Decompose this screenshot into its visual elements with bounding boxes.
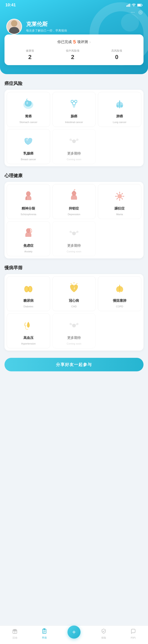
nav-activity[interactable]: 活动	[0, 628, 30, 640]
diabetes-card[interactable]: 糖尿病 Diabetes	[7, 276, 50, 311]
intestinal-cancer-card[interactable]: 肠癌 Intestinal cancer	[52, 92, 96, 127]
cancer-coming-soon-en: Coming soon	[67, 158, 81, 161]
anxiety-zh: 焦虑症	[23, 244, 33, 248]
svg-point-33	[72, 232, 76, 235]
chronic-section-title: 慢病早筛	[4, 265, 144, 271]
more-dots-icon[interactable]: ···	[131, 9, 135, 15]
svg-point-17	[76, 138, 79, 141]
clipboard-icon	[42, 628, 47, 635]
svg-point-14	[26, 138, 28, 141]
copd-en: COPD	[116, 305, 123, 308]
stomach-cancer-card[interactable]: 胃癌 Stomach cancer	[7, 92, 50, 127]
svg-line-44	[71, 284, 72, 284]
stat-high-risk-label: 高风险项	[111, 49, 122, 53]
target-icon[interactable]: ◎	[138, 9, 143, 15]
schizophrenia-en: Schizophrenia	[20, 213, 36, 216]
header-top-icons: ··· ◎	[0, 9, 148, 17]
nav-chat-label: 约约	[131, 636, 136, 640]
svg-rect-9	[71, 100, 73, 102]
nav-chat[interactable]: 约约	[118, 628, 148, 640]
lung-cancer-en: Lung cancer	[113, 121, 126, 124]
chronic-cards-grid: 糖尿病 Diabetes	[4, 274, 144, 350]
stat-health: 健康项 2	[26, 49, 34, 60]
status-icons	[126, 4, 143, 7]
svg-point-35	[76, 231, 79, 233]
mental-coming-soon-en: Coming soon	[67, 250, 81, 253]
chronic-coming-soon-zh: 更多期待	[67, 336, 81, 340]
svg-line-28	[117, 193, 118, 194]
stomach-cancer-zh: 胃癌	[25, 114, 32, 118]
svg-rect-3	[130, 4, 130, 7]
chd-icon	[66, 280, 82, 296]
svg-point-45	[117, 289, 119, 292]
bottom-nav: 活动 早筛 +	[0, 626, 148, 644]
assessment-suffix: 项评测	[77, 40, 88, 44]
copd-zh: 慢阻塞肺	[113, 298, 126, 303]
svg-line-31	[117, 198, 118, 199]
breast-cancer-zh: 乳腺癌	[23, 152, 33, 156]
svg-point-12	[117, 105, 119, 108]
stat-health-value: 2	[26, 54, 34, 60]
nav-screening-label: 早筛	[42, 636, 47, 640]
depression-icon	[66, 188, 82, 204]
mental-section-title: 心理健康	[4, 172, 144, 179]
mental-coming-soon-card: 更多期待 Coming soon	[52, 221, 96, 256]
nav-plus-icon[interactable]: +	[67, 626, 81, 638]
nav-center[interactable]: +	[59, 630, 89, 638]
lung-cancer-card[interactable]: 肺癌 Lung cancer	[98, 92, 141, 127]
breast-cancer-en: Breast cancer	[21, 158, 36, 161]
hypertension-icon	[20, 318, 36, 334]
mental-coming-soon-icon	[66, 226, 82, 241]
shield-icon	[101, 628, 106, 635]
chd-zh: 冠心病	[69, 298, 79, 303]
signal-icon	[126, 4, 131, 7]
schizophrenia-card[interactable]: 精神分裂 Schizophrenia	[7, 184, 50, 219]
schizophrenia-icon	[20, 188, 36, 204]
depression-card[interactable]: 抑郁症 Depression	[52, 184, 96, 219]
lung-cancer-icon	[112, 96, 128, 112]
breast-cancer-card[interactable]: 乳腺癌 Breast cancer	[7, 129, 50, 164]
mental-section: 心理健康 精神分裂 Schizophrenia	[4, 172, 144, 258]
mania-zh: 躁狂症	[115, 206, 125, 211]
svg-line-43	[76, 284, 77, 284]
cancer-coming-soon-zh: 更多期待	[67, 152, 81, 156]
chd-card[interactable]: 冠心病 CHD	[52, 276, 96, 311]
assessment-stats: 健康项 2 低中风险项 2 高风险项 0	[10, 49, 138, 60]
chronic-coming-soon-icon	[66, 318, 82, 334]
copd-card[interactable]: 慢阻塞肺 COPD	[98, 276, 141, 311]
nav-insurance-label: 保险	[101, 636, 106, 640]
share-button[interactable]: 分享好友一起参与	[4, 358, 144, 371]
stat-low-risk-label: 低中风险项	[66, 49, 79, 53]
svg-rect-2	[129, 4, 129, 7]
cancer-coming-soon-icon	[66, 134, 82, 149]
avatar	[6, 19, 22, 34]
svg-point-34	[69, 231, 72, 233]
svg-line-50	[72, 324, 72, 325]
assessment-card[interactable]: 你已完成 5 项评测 › 健康项 2 低中风险项 2 高风险项 0	[4, 34, 144, 65]
nav-insurance[interactable]: 保险	[89, 628, 119, 640]
battery-icon	[137, 4, 143, 7]
stat-high-risk: 高风险项 0	[111, 49, 122, 60]
anxiety-icon	[20, 226, 36, 241]
svg-line-29	[122, 198, 123, 199]
nav-screening[interactable]: 早筛	[30, 628, 59, 640]
svg-point-41	[29, 287, 31, 291]
anxiety-card[interactable]: 焦虑症 Anxiety	[7, 221, 50, 256]
lung-cancer-zh: 肺癌	[116, 114, 123, 118]
svg-point-49	[76, 323, 79, 325]
share-section: 分享好友一起参与	[4, 358, 144, 371]
mania-en: Mania	[116, 213, 123, 216]
assessment-title: 你已完成 5 项评测 ›	[10, 39, 138, 45]
user-info: 克莱伦斯 每次多了解自己一些，早离慢病	[26, 20, 67, 33]
svg-line-51	[76, 324, 76, 325]
content-area: 癌症风险 胃癌 Stomach cancer	[0, 74, 148, 626]
diabetes-icon	[20, 280, 36, 296]
svg-point-8	[26, 102, 28, 104]
cancer-cards-grid: 胃癌 Stomach cancer	[4, 90, 144, 166]
svg-point-13	[121, 105, 123, 108]
hypertension-card[interactable]: 高血压 Hypertension	[7, 314, 50, 348]
mania-card[interactable]: 躁狂症 Mania	[98, 184, 141, 219]
hypertension-zh: 高血压	[23, 336, 33, 340]
chd-en: CHD	[71, 305, 77, 308]
status-bar: 10:41	[0, 0, 148, 9]
